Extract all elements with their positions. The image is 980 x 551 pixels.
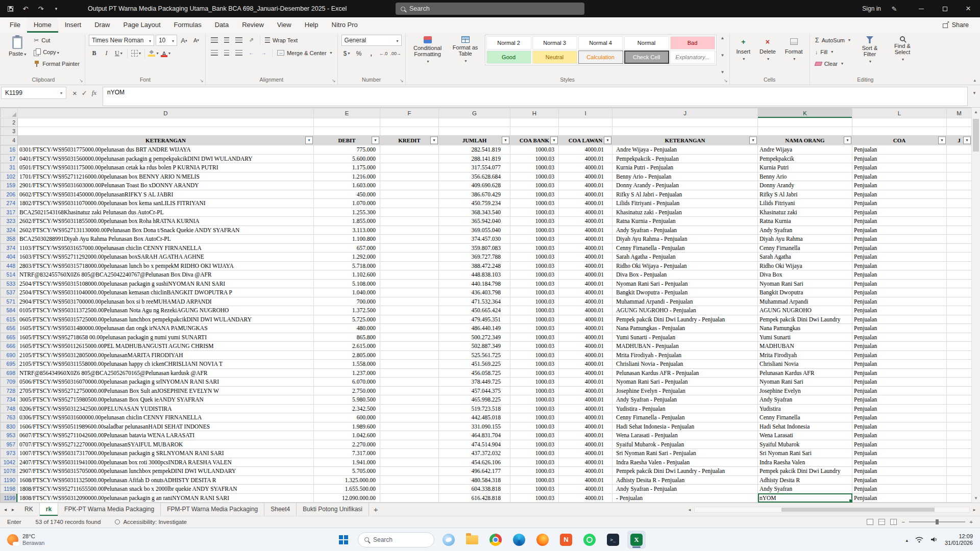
insert-function-button[interactable]: fx — [92, 89, 96, 97]
sheet-tab-fpk-pt-warna-media-packaging[interactable]: FPK-PT Warna Media Packaging — [58, 503, 161, 516]
scroll-left-icon[interactable]: ◂ — [685, 507, 694, 512]
cell[interactable]: Bangkit Dwoputra — [758, 288, 852, 297]
cell[interactable] — [380, 350, 439, 360]
row-header-324[interactable]: 324 — [1, 226, 18, 235]
cell[interactable]: Syaiful Mubarok - Penjualan — [612, 440, 758, 449]
cell[interactable]: 0501/FTSCY/WS95031175000.00pelunasan cet… — [18, 163, 314, 172]
cell[interactable]: 448.838.103 — [439, 270, 510, 280]
row-header-514[interactable]: 514 — [1, 270, 18, 280]
cell[interactable]: 4000.01 — [559, 458, 612, 467]
cell[interactable] — [947, 226, 972, 235]
cell[interactable]: 4000.01 — [559, 253, 612, 262]
cell[interactable]: 519.723.518 — [439, 404, 510, 413]
cell[interactable]: Ratna Kurnia - Penjualan — [612, 217, 758, 226]
cell[interactable]: 4000.01 — [559, 413, 612, 422]
cell[interactable] — [380, 208, 439, 217]
zoom-slider[interactable] — [936, 519, 939, 524]
cell[interactable] — [947, 154, 972, 163]
cell[interactable]: 1000.03 — [510, 350, 559, 360]
cell[interactable] — [947, 270, 972, 280]
cell[interactable]: Adhisty Desita R - Penjualan — [612, 475, 758, 485]
paste-button[interactable]: Paste — [6, 35, 29, 59]
cell[interactable]: 450.665.424 — [439, 306, 510, 315]
format-painter-button[interactable]: Format Painter — [32, 58, 81, 69]
gallery-down-icon[interactable]: ▼ — [721, 53, 725, 58]
cell[interactable]: 4000.01 — [559, 172, 612, 181]
styles-dialog-launcher-icon[interactable] — [724, 78, 728, 83]
cell[interactable]: 1.042.600 — [314, 431, 380, 440]
row-header-763[interactable]: 763 — [1, 413, 18, 422]
cell[interactable]: 4000.01 — [559, 440, 612, 449]
accounting-format-icon[interactable] — [341, 48, 352, 59]
tab-review[interactable]: Review — [235, 17, 271, 33]
cell[interactable]: 4000.01 — [559, 297, 612, 306]
cell[interactable]: 331.090.155 — [439, 422, 510, 431]
cell[interactable]: MADHUBAN — [758, 342, 852, 351]
sheet-nav-right-icon[interactable]: ▸ — [12, 507, 14, 512]
cell[interactable] — [947, 181, 972, 190]
row-header-953[interactable]: 953 — [1, 431, 18, 440]
cell[interactable]: Penjualan — [852, 270, 947, 280]
cell[interactable]: 500.272.349 — [439, 333, 510, 342]
row-header-323[interactable]: 323 — [1, 217, 18, 226]
cell[interactable] — [380, 190, 439, 199]
cell[interactable]: 436.403.798 — [439, 288, 510, 297]
horizontal-scrollbar[interactable]: ◂ ▸ — [685, 503, 980, 516]
cell[interactable]: 1000.03 — [510, 154, 559, 163]
cell[interactable]: Penjualan — [852, 279, 947, 288]
collapse-ribbon-icon[interactable]: ▴ — [973, 78, 976, 83]
sheet-nav-left-icon[interactable]: ◂ — [4, 507, 7, 512]
cell[interactable]: 1000.03 — [510, 333, 559, 342]
cell[interactable]: Ratna Kurnia — [758, 217, 852, 226]
cell[interactable]: NTRF@832455760X0Z6 805@BCA25042240767@Pe… — [18, 270, 314, 280]
cell[interactable]: 1.102.600 — [314, 270, 380, 280]
cell[interactable]: 1000.03 — [510, 413, 559, 422]
cell[interactable]: 0301/FTSCY/WS95031775000.00pelunasan dus… — [18, 145, 314, 155]
cell[interactable] — [380, 217, 439, 226]
cell[interactable] — [758, 127, 852, 136]
cell[interactable]: Adhisty Desita R — [758, 475, 852, 485]
cell[interactable]: 4000.01 — [559, 279, 612, 288]
style-check-cell[interactable]: Check Cell — [624, 51, 669, 64]
wifi-icon[interactable] — [915, 536, 923, 543]
cell[interactable]: Cenny Firnanella — [758, 243, 852, 253]
cell[interactable]: Josephine Evelyn — [758, 386, 852, 395]
font-dialog-launcher-icon[interactable] — [200, 78, 204, 83]
filter-button[interactable]: ▾ — [502, 137, 509, 144]
start-button[interactable] — [334, 531, 353, 549]
cell[interactable]: 1701/FTSCY/WS952711216000.00pelunasan bo… — [18, 172, 314, 181]
cell[interactable]: Penjualan — [852, 449, 947, 458]
increase-indent-icon[interactable] — [258, 47, 269, 58]
cell[interactable]: 368.343.540 — [439, 208, 510, 217]
cell[interactable]: Mrita Firodiyah — [758, 350, 852, 360]
column-header-H[interactable]: H — [510, 108, 559, 118]
cell[interactable] — [947, 378, 972, 387]
cell[interactable] — [380, 270, 439, 280]
cell[interactable]: Diva Box - Penjualan — [612, 270, 758, 280]
tray-chevron-icon[interactable] — [905, 536, 908, 543]
cell[interactable]: 4000.01 — [559, 449, 612, 458]
cell[interactable] — [947, 431, 972, 440]
cell[interactable]: Chrisliani Novia — [758, 360, 852, 369]
cell[interactable] — [439, 127, 510, 136]
cell[interactable]: 1000.03 — [510, 145, 559, 155]
cell[interactable]: 474.514.904 — [439, 440, 510, 449]
cell[interactable] — [947, 386, 972, 395]
cell[interactable]: Pelunasan Kardus AFR — [758, 368, 852, 378]
cut-button[interactable]: Cut — [32, 35, 81, 45]
cell[interactable]: Syaiful Mubarok — [758, 440, 852, 449]
cell[interactable]: 4000.01 — [559, 190, 612, 199]
row-header-448[interactable]: 448 — [1, 261, 18, 270]
cell[interactable] — [380, 181, 439, 190]
cell[interactable]: Ridho Oki Wijaya - Penjualan — [612, 261, 758, 270]
cell[interactable]: 4000.01 — [559, 422, 612, 431]
cell[interactable]: 1802/FTSCY/WS950311070000.00pelunasan bo… — [18, 199, 314, 208]
row-header-584[interactable]: 584 — [1, 306, 18, 315]
cell[interactable]: 486.440.149 — [439, 324, 510, 333]
cell[interactable]: 437.372.032 — [439, 449, 510, 458]
cell[interactable]: 1000.03 — [510, 378, 559, 387]
cell[interactable] — [947, 360, 972, 369]
cell[interactable]: 0506/FTSCY/WS950316070000.00pelunasan pa… — [18, 378, 314, 387]
cell[interactable]: 4000.01 — [559, 368, 612, 378]
cell[interactable]: 317.554.077 — [439, 163, 510, 172]
